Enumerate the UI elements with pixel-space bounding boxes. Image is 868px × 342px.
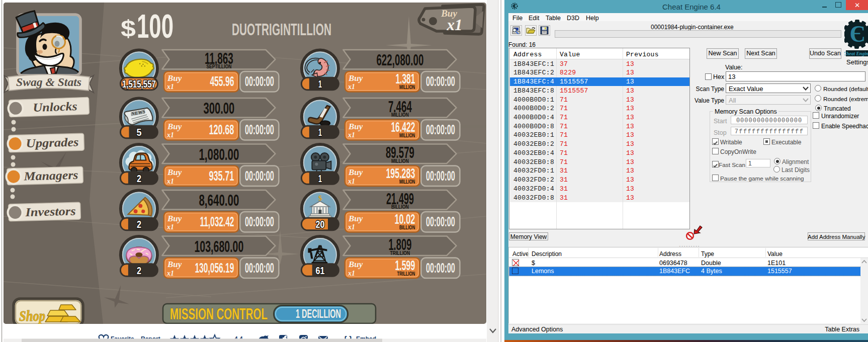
svg-text:Buy: Buy — [167, 73, 182, 83]
svg-text:Buy: Buy — [167, 122, 182, 131]
svg-text:Buy: Buy — [348, 167, 363, 177]
svg-text:Buy: Buy — [348, 73, 363, 83]
svg-text:BILLION: BILLION — [399, 224, 415, 230]
svg-text:Investors: Investors — [25, 204, 76, 219]
svg-text:x1: x1 — [166, 83, 174, 91]
svg-text:x1: x1 — [348, 223, 355, 231]
svg-text:Managers: Managers — [23, 168, 78, 183]
svg-text:935.71: 935.71 — [209, 168, 234, 184]
svg-text:Buy: Buy — [348, 122, 363, 131]
svg-text:00:00:00: 00:00:00 — [245, 168, 274, 184]
svg-text:Buy: Buy — [348, 260, 363, 269]
svg-text:Shop: Shop — [19, 307, 45, 324]
svg-text:20: 20 — [315, 218, 324, 230]
svg-text:1: 1 — [318, 78, 322, 90]
svg-text:x1: x1 — [348, 178, 355, 185]
svg-text:x1: x1 — [447, 16, 463, 34]
svg-text:TRILLION: TRILLION — [397, 271, 415, 277]
svg-text:622,080.00: 622,080.00 — [376, 51, 423, 69]
svg-text:00:00:00: 00:00:00 — [426, 168, 455, 184]
svg-text:x1: x1 — [166, 270, 174, 277]
svg-text:Buy: Buy — [167, 260, 182, 269]
svg-text:455.96: 455.96 — [210, 74, 234, 89]
svg-text:2: 2 — [137, 173, 141, 184]
svg-text:x1: x1 — [166, 178, 174, 185]
svg-text:Cheat Engine: Cheat Engine — [844, 51, 868, 56]
svg-text:1: 1 — [318, 173, 322, 184]
svg-text:8,640.00: 8,640.00 — [199, 192, 239, 209]
svg-text:100: 100 — [137, 8, 173, 45]
svg-text:BILLION: BILLION — [391, 204, 409, 210]
svg-text:2: 2 — [137, 218, 141, 230]
svg-text:130,056.19: 130,056.19 — [195, 261, 234, 276]
svg-text:120.68: 120.68 — [209, 122, 234, 137]
svg-text:Є: Є — [849, 21, 865, 47]
svg-text:00:00:00: 00:00:00 — [426, 122, 455, 137]
svg-text:MILLION: MILLION — [391, 158, 409, 164]
svg-text:00:00:00: 00:00:00 — [426, 214, 455, 229]
svg-text:1,080.00: 1,080.00 — [199, 146, 239, 163]
svg-text:Upgrades: Upgrades — [26, 135, 79, 150]
svg-text:00:00:00: 00:00:00 — [426, 74, 455, 89]
svg-text:Buy: Buy — [348, 214, 363, 223]
svg-text:Buy: Buy — [167, 167, 182, 177]
svg-text:00:00:00: 00:00:00 — [245, 214, 274, 229]
svg-text:SEPTILLION: SEPTILLION — [206, 63, 231, 69]
svg-text:$: $ — [121, 16, 136, 42]
svg-text:00:00:00: 00:00:00 — [426, 261, 455, 276]
svg-text:x1: x1 — [348, 270, 355, 277]
svg-text:MILLION: MILLION — [399, 132, 415, 138]
svg-text:300.00: 300.00 — [203, 100, 234, 117]
svg-text:x1: x1 — [348, 83, 355, 91]
svg-text:MILLION: MILLION — [399, 179, 415, 185]
svg-text:00:00:00: 00:00:00 — [245, 261, 274, 276]
svg-text:Swag & Stats: Swag & Stats — [16, 76, 81, 89]
svg-text:TRILLION: TRILLION — [390, 250, 410, 256]
svg-text:MILLION: MILLION — [391, 112, 409, 118]
svg-text:00:00:00: 00:00:00 — [245, 74, 274, 89]
svg-text:61: 61 — [315, 265, 324, 276]
svg-text:x1: x1 — [166, 223, 174, 231]
svg-text:1 DECILLION: 1 DECILLION — [296, 307, 341, 320]
svg-text:1,515,557: 1,515,557 — [122, 78, 156, 90]
svg-text:MISSION CONTROL: MISSION CONTROL — [170, 305, 268, 323]
svg-text:x1: x1 — [166, 131, 174, 139]
svg-text:11,032.42: 11,032.42 — [200, 214, 234, 229]
svg-text:Unlocks: Unlocks — [33, 100, 77, 114]
svg-text:5: 5 — [136, 126, 141, 138]
svg-text:00:00:00: 00:00:00 — [245, 122, 274, 137]
svg-text:Buy: Buy — [167, 214, 182, 223]
svg-text:2: 2 — [137, 265, 141, 276]
svg-text:x1: x1 — [348, 131, 355, 139]
svg-text:DUOTRIGINTILLION: DUOTRIGINTILLION — [232, 20, 331, 39]
svg-text:1: 1 — [318, 126, 322, 138]
svg-text:MILLION: MILLION — [399, 84, 415, 90]
svg-text:103,680.00: 103,680.00 — [194, 238, 243, 255]
